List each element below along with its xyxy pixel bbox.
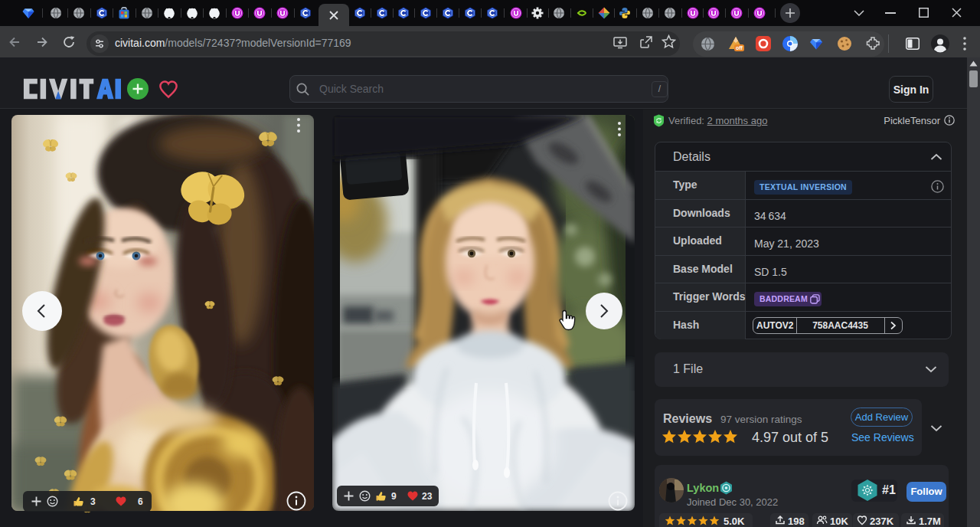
svg-text:off: off	[736, 45, 743, 51]
